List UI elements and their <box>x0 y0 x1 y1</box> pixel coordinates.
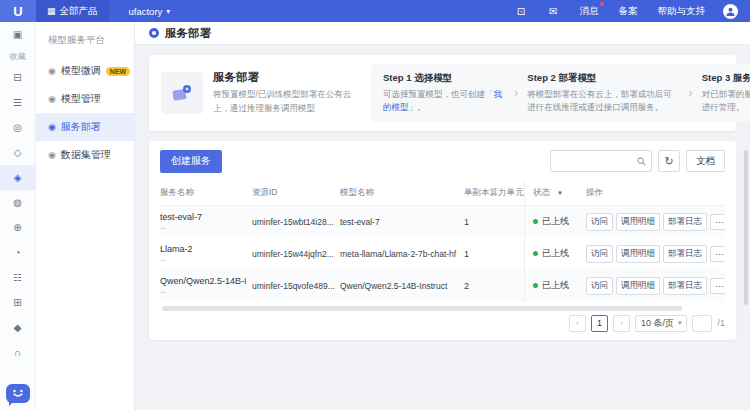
new-badge: NEW <box>106 67 130 76</box>
rail-item-8[interactable]: ◔ <box>0 240 36 265</box>
all-products-button[interactable]: ▦ 全部产品 <box>36 0 109 22</box>
current-page-button[interactable]: 1 <box>591 315 608 332</box>
deploy-log-button[interactable]: 部署日志 <box>663 277 707 295</box>
search-input[interactable] <box>556 156 637 166</box>
step-1-desc-suffix: 」。 <box>409 102 426 112</box>
page-jump-input[interactable] <box>692 315 712 332</box>
status-label: 已上线 <box>542 279 569 292</box>
content: 服务部署 将预置模型/已训练模型部署在公有云上，通过推理服务调用模型 Step … <box>135 45 750 410</box>
page-size-select[interactable]: 10 条/页 ▾ <box>635 315 688 332</box>
rail-item-4[interactable]: ◇ <box>0 140 36 165</box>
unit-count: 1 <box>464 238 524 270</box>
create-service-button[interactable]: 创建服务 <box>160 150 222 173</box>
grid-icon: ▦ <box>47 6 56 16</box>
service-sub: -- <box>160 255 193 264</box>
sidebar-item-service-deploy[interactable]: ◉ 服务部署 <box>36 113 134 141</box>
step-1-desc-prefix: 可选择预置模型，也可创建「 <box>383 89 494 99</box>
sidebar-item-model-manage[interactable]: ◉ 模型管理 <box>36 85 134 113</box>
beian-link[interactable]: 备案 <box>619 5 638 18</box>
page-title: 服务部署 <box>165 26 211 41</box>
ucloud-logo[interactable]: U <box>0 0 36 22</box>
rail-item-11[interactable]: ◆ <box>0 315 36 340</box>
smiley-icon <box>11 389 25 398</box>
rail-item-9[interactable]: ☷ <box>0 265 36 290</box>
rail-item-model-service[interactable]: ◈ <box>0 165 36 190</box>
scan-icon[interactable]: ⊡ <box>517 6 525 17</box>
ai-platform-icon: ◈ <box>14 172 22 183</box>
deploy-log-button[interactable]: 部署日志 <box>663 213 707 231</box>
chevron-down-icon: ▾ <box>166 7 170 16</box>
page-header: 服务部署 <box>135 22 750 45</box>
status-cell: 已上线 <box>524 206 586 238</box>
search-icon <box>637 157 646 166</box>
call-detail-button[interactable]: 调用明细 <box>616 277 660 295</box>
database-icon: ☷ <box>13 272 22 283</box>
model-name: meta-llama/Llama-2-7b-chat-hf <box>340 238 464 270</box>
horizontal-scrollbar[interactable] <box>162 306 682 311</box>
more-actions-button[interactable]: ⋯ <box>710 246 725 262</box>
table-row[interactable]: test-eval-7-- uminfer-15wbt14i28... test… <box>160 206 725 238</box>
service-name: test-eval-7 <box>160 212 202 222</box>
status-dot-icon <box>533 283 538 288</box>
security-icon: ⊕ <box>13 222 21 233</box>
page-total: /1 <box>717 318 725 328</box>
apps-icon: ⊞ <box>13 297 21 308</box>
arc-icon: ∩ <box>14 347 21 358</box>
rail-item-0[interactable]: ▣ <box>0 22 36 47</box>
visit-button[interactable]: 访问 <box>586 277 613 295</box>
toolbar: 创建服务 ↻ 文档 <box>160 150 725 173</box>
call-detail-button[interactable]: 调用明细 <box>616 213 660 231</box>
rail-item-6[interactable]: ◍ <box>0 190 36 215</box>
visit-button[interactable]: 访问 <box>586 213 613 231</box>
call-detail-button[interactable]: 调用明细 <box>616 245 660 263</box>
header-units: 单副本算力单元 <box>464 181 524 205</box>
sidebar-item-model-finetune[interactable]: ◉ 模型微调 NEW <box>36 57 134 85</box>
vertical-scrollbar[interactable] <box>744 150 748 305</box>
refresh-button[interactable]: ↻ <box>658 150 680 172</box>
rail-item-3[interactable]: ◎ <box>0 115 36 140</box>
header-status-label: 状态 <box>533 187 550 199</box>
more-actions-button[interactable]: ⋯ <box>710 278 725 294</box>
more-actions-button[interactable]: ⋯ <box>710 214 725 230</box>
rail-item-10[interactable]: ⊞ <box>0 290 36 315</box>
service-sub: -- <box>160 223 202 232</box>
user-avatar[interactable] <box>723 4 738 19</box>
search-box[interactable] <box>550 150 652 172</box>
step-3-title: Step 3 服务管理 <box>702 72 750 85</box>
sidebar-item-dataset-manage[interactable]: ◉ 数据集管理 <box>36 141 134 169</box>
rail-item-2[interactable]: ☰ <box>0 90 36 115</box>
prev-page-button[interactable]: ‹ <box>569 315 586 332</box>
service-name: Llama-2 <box>160 244 193 254</box>
workspace-label: ufactory <box>129 6 163 17</box>
banner-title: 服务部署 <box>213 70 353 85</box>
next-page-button[interactable]: › <box>613 315 630 332</box>
sidebar: 模型服务平台 ◉ 模型微调 NEW ◉ 模型管理 ◉ 服务部署 ◉ 数据集管理 <box>36 22 135 410</box>
resource-id: uminfer-15w44jqfn2... <box>252 238 340 270</box>
filter-icon[interactable]: ▼ <box>557 190 563 196</box>
data-icon: ◆ <box>14 322 22 333</box>
visit-button[interactable]: 访问 <box>586 245 613 263</box>
list-icon: ☰ <box>13 97 22 108</box>
help-link[interactable]: 帮助与支持 <box>658 5 706 18</box>
messages-link[interactable]: 消息 <box>580 5 599 18</box>
workspace-switcher[interactable]: ufactory ▾ <box>129 6 171 17</box>
step-3-desc: 对已部署的服务调用情况、上下线进行管理。 <box>702 88 750 114</box>
rail-item-1[interactable]: ⊟ <box>0 65 36 90</box>
table-row[interactable]: Llama-2-- uminfer-15w44jqfn2... meta-lla… <box>160 238 725 270</box>
step-1-desc: 可选择预置模型，也可创建「我的模型」。 <box>383 88 505 114</box>
rail-item-7[interactable]: ⊕ <box>0 215 36 240</box>
support-chat-button[interactable] <box>6 384 30 403</box>
storage-icon: ◇ <box>14 147 22 158</box>
intro-banner: 服务部署 将预置模型/已训练模型部署在公有云上，通过推理服务调用模型 Step … <box>149 55 736 131</box>
resource-id: uminfer-15wbt14i28... <box>252 206 340 238</box>
doc-button[interactable]: 文档 <box>686 150 725 172</box>
dataset-icon: ◉ <box>48 150 56 160</box>
step-2-title: Step 2 部署模型 <box>527 72 679 85</box>
mail-icon[interactable]: ✉ <box>549 6 557 17</box>
table-row[interactable]: Qwen/Qwen2.5-14B-Instruct-- uminfer-15qv… <box>160 270 725 302</box>
deploy-log-button[interactable]: 部署日志 <box>663 245 707 263</box>
rail-item-12[interactable]: ∩ <box>0 340 36 365</box>
status-cell: 已上线 <box>524 238 586 270</box>
resource-id: uminfer-15qvofe489... <box>252 270 340 302</box>
step-2-desc: 将模型部署在公有云上，部署成功后可进行在线推理或通过接口调用服务。 <box>527 88 679 114</box>
